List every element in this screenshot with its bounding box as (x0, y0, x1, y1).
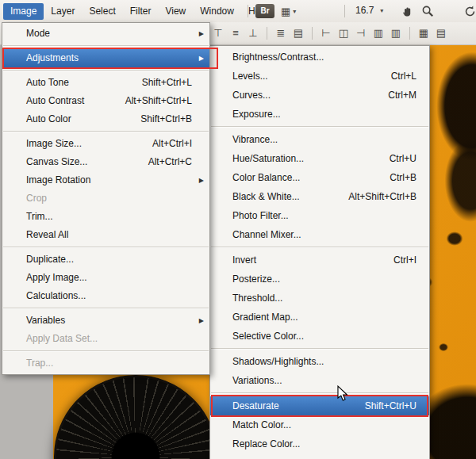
menu-item-reveal-all[interactable]: Reveal All (2, 226, 209, 244)
menu-item-curves[interactable]: Curves...Ctrl+M (210, 86, 429, 105)
view-extras-button[interactable]: ▦ ▾ (281, 4, 296, 18)
menu-item-duplicate[interactable]: Duplicate... (2, 251, 209, 269)
menu-item-label: Reveal All (26, 226, 68, 244)
menu-item-trim[interactable]: Trim... (2, 208, 209, 226)
menu-item-levels[interactable]: Levels...Ctrl+L (210, 67, 429, 86)
menu-item-photo-filter[interactable]: Photo Filter... (210, 206, 429, 225)
menu-item-threshold[interactable]: Threshold... (210, 289, 429, 308)
align-left-edges-icon[interactable]: ⊢ (320, 25, 332, 41)
zoom-level-value: 16.7 (355, 5, 374, 16)
menu-item-variables[interactable]: Variables▶ (2, 312, 209, 330)
menu-item-shortcut: Ctrl+B (390, 168, 424, 187)
menu-item-gradient-map[interactable]: Gradient Map... (210, 308, 429, 327)
menu-separator (211, 348, 428, 350)
menu-separator (3, 131, 209, 132)
menu-item-canvas-size[interactable]: Canvas Size...Alt+Ctrl+C (2, 153, 209, 171)
menu-item-label: Image Rotation (26, 171, 90, 189)
menu-image[interactable]: Image (3, 3, 44, 20)
menu-item-trap: Trap... (2, 354, 209, 373)
align-vertical-centers-icon[interactable]: ≡ (229, 25, 242, 41)
menu-view[interactable]: View (158, 3, 193, 20)
menu-item-label: Mode (26, 25, 50, 43)
zoom-level-field[interactable]: 16.7 ▾ (355, 5, 383, 16)
menu-item-match-color[interactable]: Match Color... (210, 415, 429, 434)
menu-item-label: Apply Data Set... (26, 330, 98, 348)
menu-item-channel-mixer[interactable]: Channel Mixer... (210, 225, 429, 244)
menu-item-label: Threshold... (232, 289, 282, 308)
menu-item-label: Adjustments (26, 49, 79, 67)
menu-item-shortcut: Shift+Ctrl+B (140, 110, 205, 128)
menu-item-label: Shadows/Highlights... (232, 352, 324, 371)
launch-bridge-button[interactable]: Br (255, 4, 274, 18)
distribute-top-edges-icon[interactable]: ≣ (274, 25, 287, 41)
menu-item-label: Hue/Saturation... (232, 149, 304, 168)
menu-item-label: Channel Mixer... (232, 225, 301, 244)
hand-tool-icon[interactable] (401, 5, 414, 18)
menu-item-label: Variables (26, 312, 65, 330)
auto-align-layers-icon[interactable]: ▦ (417, 25, 430, 41)
menu-item-shortcut: Ctrl+L (391, 67, 424, 86)
menu-separator (211, 247, 428, 248)
distribute-bottom-edges-icon[interactable]: ▤ (292, 25, 305, 41)
toolbar-separator (248, 5, 248, 17)
menu-item-shortcut: Ctrl+U (390, 149, 424, 168)
menu-item-calculations[interactable]: Calculations... (2, 287, 209, 305)
menu-item-apply-image[interactable]: Apply Image... (2, 269, 209, 287)
menu-separator (3, 247, 209, 248)
menu-select[interactable]: Select (82, 3, 122, 20)
menu-item-shadows-highlights[interactable]: Shadows/Highlights... (210, 352, 429, 371)
menu-item-label: Variations... (232, 371, 282, 390)
menu-window[interactable]: Window (193, 3, 241, 20)
menu-item-equalize[interactable]: Equalize (210, 453, 429, 459)
menu-item-color-balance[interactable]: Color Balance...Ctrl+B (210, 168, 429, 187)
menu-item-image-size[interactable]: Image Size...Alt+Ctrl+I (2, 135, 209, 153)
menu-filter[interactable]: Filter (123, 3, 159, 20)
distribute-left-edges-icon[interactable]: ▥ (372, 25, 385, 41)
toolbar-separator (409, 27, 410, 40)
submenu-arrow-icon: ▶ (199, 312, 204, 330)
menu-item-label: Crop (26, 189, 47, 208)
align-bottom-edges-icon[interactable]: ⊥ (247, 25, 259, 41)
menu-item-label: Auto Tone (26, 74, 69, 92)
menu-item-desaturate[interactable]: DesaturateShift+Ctrl+U (210, 396, 429, 415)
align-horizontal-centers-icon[interactable]: ◫ (337, 25, 350, 41)
menu-item-posterize[interactable]: Posterize... (210, 270, 429, 289)
menu-layer[interactable]: Layer (44, 3, 82, 20)
align-top-edges-icon[interactable]: ⊤ (212, 25, 225, 41)
menu-item-label: Match Color... (232, 415, 291, 434)
menu-item-auto-tone[interactable]: Auto ToneShift+Ctrl+L (2, 74, 209, 92)
menu-item-label: Black & White... (232, 187, 300, 206)
menu-item-hue-saturation[interactable]: Hue/Saturation...Ctrl+U (210, 149, 429, 168)
align-right-edges-icon[interactable]: ⊣ (355, 25, 367, 41)
submenu-arrow-icon: ▶ (199, 49, 204, 67)
menu-item-label: Calculations... (26, 287, 86, 305)
menu-item-shortcut: Alt+Ctrl+I (152, 135, 205, 153)
menu-item-label: Selective Color... (232, 327, 304, 346)
menu-item-exposure[interactable]: Exposure... (210, 105, 429, 124)
menu-item-label: Photo Filter... (232, 206, 289, 225)
menu-item-image-rotation[interactable]: Image Rotation▶ (2, 171, 209, 189)
menu-separator (3, 308, 209, 309)
distribute-right-edges-icon[interactable]: ▥ (390, 25, 402, 41)
menu-item-adjustments[interactable]: Adjustments▶ (2, 49, 209, 67)
menu-item-replace-color[interactable]: Replace Color... (210, 434, 429, 453)
toolbar-icon-group: ≣▤ (274, 25, 305, 41)
menu-item-variations[interactable]: Variations... (210, 371, 429, 390)
menu-separator (211, 126, 428, 128)
auto-blend-layers-icon[interactable]: ▤ (435, 25, 447, 41)
menu-item-vibrance[interactable]: Vibrance... (210, 130, 429, 149)
menu-item-brightness-contrast[interactable]: Brightness/Contrast... (210, 48, 429, 67)
rotate-view-tool-icon[interactable] (463, 5, 476, 18)
menu-item-invert[interactable]: InvertCtrl+I (210, 251, 429, 270)
menu-item-label: Vibrance... (232, 130, 278, 149)
menu-item-auto-contrast[interactable]: Auto ContrastAlt+Shift+Ctrl+L (2, 92, 209, 110)
menu-item-label: Duplicate... (26, 251, 74, 269)
menu-item-selective-color[interactable]: Selective Color... (210, 327, 429, 346)
menu-item-black-white[interactable]: Black & White...Alt+Shift+Ctrl+B (210, 187, 429, 206)
menu-item-label: Exposure... (232, 105, 281, 124)
menu-item-label: Trap... (26, 354, 53, 373)
zoom-tool-icon[interactable] (421, 5, 435, 18)
menu-item-mode[interactable]: Mode▶ (2, 25, 209, 43)
menu-item-shortcut: Shift+Ctrl+U (365, 396, 424, 415)
menu-item-auto-color[interactable]: Auto ColorShift+Ctrl+B (2, 110, 209, 128)
